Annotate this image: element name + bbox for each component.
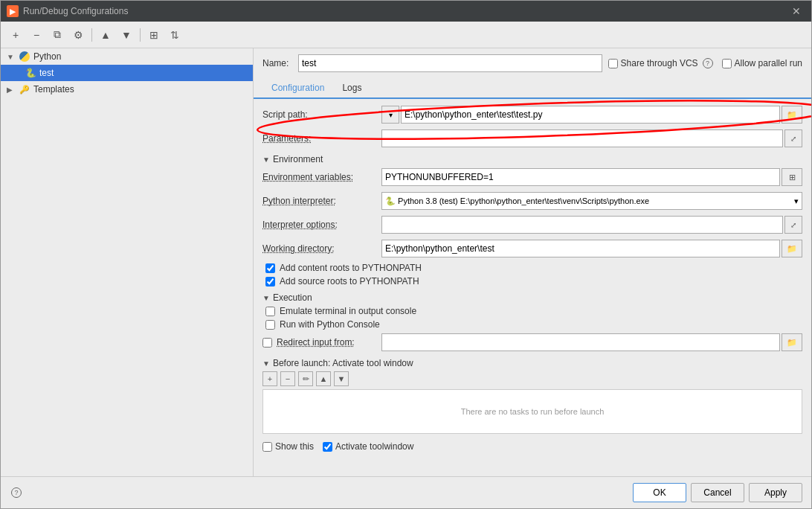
bl-down-btn[interactable]: ▼ bbox=[334, 371, 349, 386]
bl-edit-btn[interactable]: ✏ bbox=[298, 371, 313, 386]
bl-up-btn[interactable]: ▲ bbox=[316, 371, 331, 386]
title-bar-left: ▶ Run/Debug Configurations bbox=[7, 5, 128, 17]
tree-item-templates[interactable]: ▶ 🔑 Templates bbox=[1, 81, 253, 97]
tab-logs[interactable]: Logs bbox=[333, 78, 370, 99]
script-path-browse-btn[interactable]: 📁 bbox=[782, 106, 802, 124]
env-vars-label: Environment variables: bbox=[262, 172, 381, 182]
parameters-input-group: ⤢ bbox=[381, 129, 802, 147]
test-icon: 🐍 bbox=[25, 67, 36, 79]
working-dir-row: Working directory: 📁 bbox=[262, 239, 802, 258]
main-area: ▼ Python 🐍 test ▶ 🔑 Templates bbox=[1, 48, 811, 476]
allow-parallel-checkbox[interactable] bbox=[722, 59, 732, 68]
redirect-input-label: Redirect input from: bbox=[277, 337, 355, 348]
show-this-checkbox[interactable] bbox=[262, 442, 272, 452]
add-source-roots-label: Add source roots to PYTHONPATH bbox=[280, 276, 419, 286]
run-python-console-row: Run with Python Console bbox=[262, 319, 802, 330]
apply-button[interactable]: Apply bbox=[749, 483, 802, 502]
share-vcs-help-icon[interactable]: ? bbox=[703, 58, 713, 68]
title-bar: ▶ Run/Debug Configurations ✕ bbox=[1, 1, 811, 22]
parameters-row: Parameters: ⤢ bbox=[262, 129, 802, 148]
redirect-input-row: Redirect input from: 📁 bbox=[262, 333, 802, 352]
sort-button[interactable]: ⇅ bbox=[166, 26, 184, 44]
environment-arrow[interactable]: ▼ bbox=[262, 156, 270, 164]
redirect-input-input[interactable] bbox=[381, 333, 780, 351]
bottom-checkboxes: Show this Activate toolwindow bbox=[262, 438, 802, 455]
working-dir-input[interactable] bbox=[381, 240, 780, 257]
python-interpreter-label: Python interpreter: bbox=[262, 196, 381, 206]
redirect-input-browse-btn[interactable]: 📁 bbox=[782, 333, 802, 351]
add-content-roots-checkbox[interactable] bbox=[265, 263, 275, 273]
cancel-button[interactable]: Cancel bbox=[691, 483, 744, 502]
script-path-input-group: ▾ 📁 bbox=[381, 106, 802, 124]
allow-parallel-label[interactable]: Allow parallel run bbox=[722, 58, 802, 68]
tab-configuration[interactable]: Configuration bbox=[262, 78, 333, 99]
close-button[interactable]: ✕ bbox=[787, 4, 805, 19]
config-content: Script path: ▾ 📁 Parameters: ⤢ bbox=[254, 99, 811, 476]
templates-arrow: ▶ bbox=[7, 86, 16, 94]
execution-title: Execution bbox=[273, 292, 312, 303]
add-content-roots-row: Add content roots to PYTHONPATH bbox=[262, 263, 802, 273]
run-python-console-checkbox[interactable] bbox=[265, 320, 275, 330]
bl-add-btn[interactable]: + bbox=[262, 371, 277, 386]
working-dir-browse-btn[interactable]: 📁 bbox=[782, 240, 802, 257]
env-vars-browse-btn[interactable]: ⊞ bbox=[782, 168, 802, 186]
interpreter-options-label: Interpreter options: bbox=[262, 220, 381, 230]
before-launch-section: ▼ Before launch: Activate tool window + … bbox=[262, 358, 802, 434]
add-content-roots-label: Add content roots to PYTHONPATH bbox=[280, 263, 422, 273]
environment-title: Environment bbox=[273, 154, 323, 164]
remove-config-button[interactable]: − bbox=[28, 26, 45, 44]
add-source-roots-checkbox[interactable] bbox=[265, 277, 275, 286]
execution-arrow[interactable]: ▼ bbox=[262, 294, 270, 302]
help-icon-bottom[interactable]: ? bbox=[11, 487, 22, 498]
parameters-expand-btn[interactable]: ⤢ bbox=[784, 129, 802, 147]
parameters-label: Parameters: bbox=[262, 133, 381, 144]
python-group-label: Python bbox=[33, 51, 61, 62]
dialog-title: Run/Debug Configurations bbox=[23, 6, 128, 16]
dialog-buttons: ? OK Cancel Apply bbox=[1, 476, 811, 508]
python-interpreter-select[interactable]: 🐍 Python 3.8 (test) E:\python\python_ent… bbox=[381, 192, 802, 210]
env-vars-input[interactable] bbox=[381, 168, 780, 186]
app-icon: ▶ bbox=[7, 5, 19, 17]
ok-button[interactable]: OK bbox=[633, 483, 686, 502]
emulate-terminal-checkbox[interactable] bbox=[265, 307, 275, 316]
toolbar-separator-1 bbox=[91, 28, 92, 42]
python-interpreter-group: 🐍 Python 3.8 (test) E:\python\python_ent… bbox=[381, 192, 802, 210]
name-input[interactable] bbox=[298, 54, 602, 72]
working-dir-label: Working directory: bbox=[262, 243, 381, 254]
tabs-row: Configuration Logs bbox=[254, 78, 811, 99]
parameters-input[interactable] bbox=[381, 129, 783, 147]
show-this-label[interactable]: Show this bbox=[262, 441, 314, 452]
add-source-roots-row: Add source roots to PYTHONPATH bbox=[262, 276, 802, 286]
share-vcs-label[interactable]: Share through VCS ? bbox=[608, 58, 713, 68]
toolbar: + − ⧉ ⚙ ▲ ▼ ⊞ ⇅ bbox=[1, 22, 811, 48]
interpreter-options-expand-btn[interactable]: ⤢ bbox=[784, 216, 802, 234]
interpreter-options-group: ⤢ bbox=[381, 216, 802, 234]
interpreter-options-input[interactable] bbox=[381, 216, 783, 234]
test-label: test bbox=[39, 68, 54, 78]
settings-button[interactable]: ⚙ bbox=[69, 26, 87, 44]
tree-group-python[interactable]: ▼ Python bbox=[1, 48, 253, 65]
execution-section-header: ▼ Execution bbox=[262, 292, 802, 303]
before-launch-arrow[interactable]: ▼ bbox=[262, 359, 270, 368]
copy-config-button[interactable]: ⧉ bbox=[48, 26, 66, 44]
tree-item-test[interactable]: 🐍 test bbox=[1, 65, 253, 81]
share-button[interactable]: ⊞ bbox=[145, 26, 163, 44]
vcs-row: Share through VCS ? Allow parallel run bbox=[608, 58, 802, 68]
right-panel: Name: Share through VCS ? Allow parallel… bbox=[254, 48, 811, 476]
activate-toolwindow-checkbox[interactable] bbox=[323, 442, 332, 452]
share-vcs-checkbox[interactable] bbox=[608, 59, 618, 68]
move-up-button[interactable]: ▲ bbox=[97, 26, 115, 44]
left-panel: ▼ Python 🐍 test ▶ 🔑 Templates bbox=[1, 48, 254, 476]
working-dir-group: 📁 bbox=[381, 240, 802, 257]
redirect-input-checkbox[interactable] bbox=[262, 338, 272, 348]
move-down-button[interactable]: ▼ bbox=[117, 26, 135, 44]
right-content-wrapper: Script path: ▾ 📁 Parameters: ⤢ bbox=[254, 99, 811, 476]
add-config-button[interactable]: + bbox=[7, 26, 25, 44]
script-path-dropdown-btn[interactable]: ▾ bbox=[381, 106, 399, 124]
activate-toolwindow-label[interactable]: Activate toolwindow bbox=[323, 441, 413, 452]
script-path-input[interactable] bbox=[401, 106, 780, 124]
emulate-terminal-label: Emulate terminal in output console bbox=[280, 306, 416, 316]
python-interpreter-row: Python interpreter: 🐍 Python 3.8 (test) … bbox=[262, 191, 802, 211]
before-launch-area: There are no tasks to run before launch bbox=[262, 389, 802, 434]
bl-remove-btn[interactable]: − bbox=[280, 371, 295, 386]
